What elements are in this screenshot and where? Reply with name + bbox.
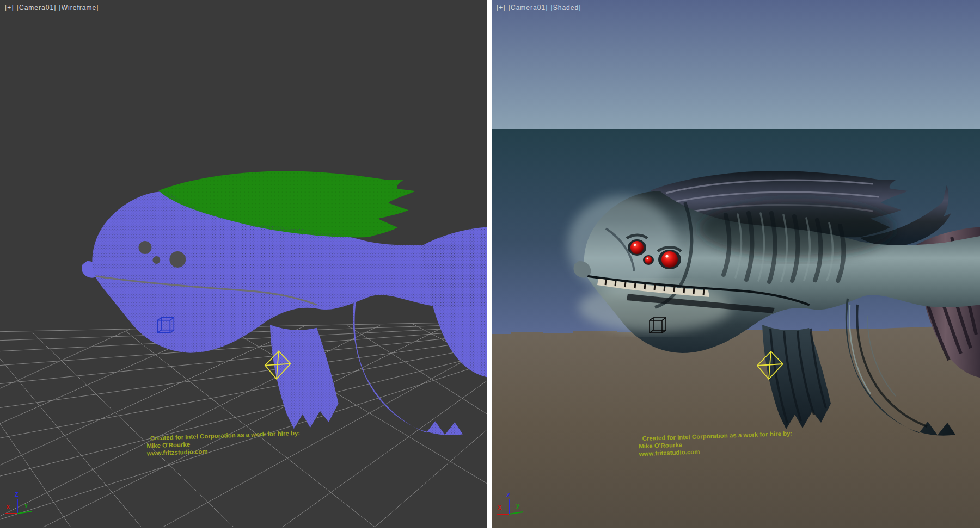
- wireframe-scene-canvas[interactable]: Created for Intel Corporation as a work …: [0, 0, 487, 528]
- pov-viewport-menu[interactable]: [Camera01]: [17, 4, 57, 11]
- viewport-label-left: [+][Camera01][Wireframe]: [5, 4, 101, 11]
- pov-viewport-menu[interactable]: [Camera01]: [509, 4, 548, 11]
- viewport-label-right: [+][Camera01][Shaded]: [497, 4, 584, 11]
- axis-z-label: Z: [15, 491, 19, 498]
- shaded-scene-canvas[interactable]: Created for Intel Corporation as a work …: [492, 0, 980, 528]
- viewport-wireframe[interactable]: Created for Intel Corporation as a work …: [0, 0, 487, 528]
- viewport-shaded[interactable]: Created for Intel Corporation as a work …: [492, 0, 980, 528]
- axis-x-label: X: [6, 504, 10, 510]
- axis-y-label: y: [24, 502, 28, 508]
- general-viewport-menu[interactable]: [+]: [5, 4, 14, 11]
- ground-plane[interactable]: [492, 325, 980, 528]
- shading-viewport-menu[interactable]: [Wireframe]: [59, 4, 99, 11]
- shading-viewport-menu[interactable]: [Shaded]: [550, 4, 581, 11]
- axis-y-label: y: [516, 502, 520, 509]
- axis-x-label: X: [498, 504, 502, 511]
- axis-z-label: Z: [506, 492, 510, 498]
- sky: [492, 0, 980, 129]
- general-viewport-menu[interactable]: [+]: [497, 4, 506, 11]
- viewport-layout: Created for Intel Corporation as a work …: [0, 0, 980, 532]
